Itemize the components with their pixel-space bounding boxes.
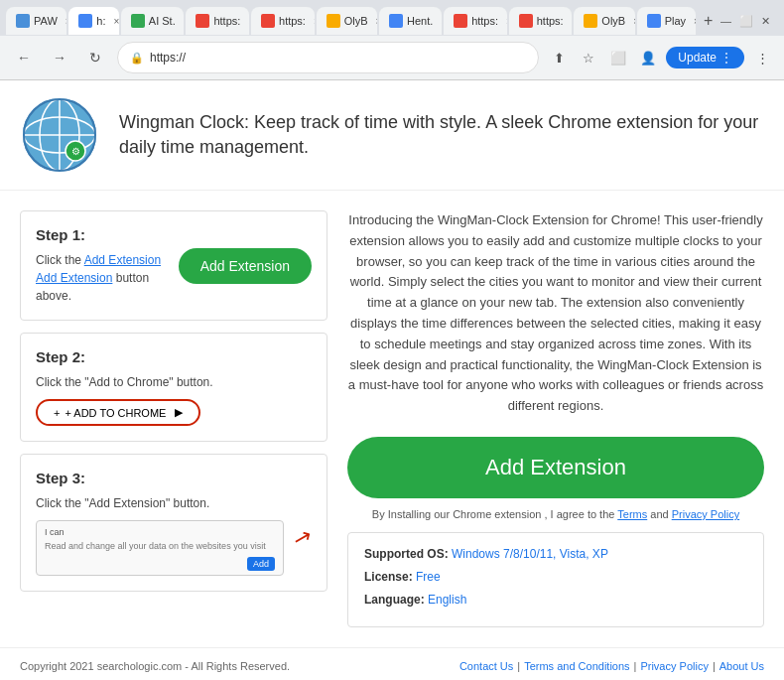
plus-icon: + (54, 407, 60, 419)
share-icon[interactable]: ⬆ (547, 46, 571, 69)
tab-ai[interactable]: AI St. × (121, 7, 185, 35)
tab-icon-ai (131, 14, 145, 28)
tab-icon-8 (519, 14, 533, 28)
dialog-line1: I can (45, 527, 275, 537)
update-menu-icon: ⋮ (720, 51, 732, 65)
logo-globe: ⚙ (20, 95, 99, 175)
step-2-title: Step 2: (36, 348, 312, 365)
step-3-body: Click the "Add Extension" button. (36, 494, 312, 512)
description-text: Introducing the WingMan-Clock Extension … (347, 210, 764, 417)
reload-button[interactable]: ↻ (81, 44, 109, 71)
tab-label-3: https: (213, 15, 240, 27)
step-3-inner: I can Read and change all your data on t… (36, 520, 312, 576)
step-1-inner: Step 1: Click the Add ExtensionAdd Exten… (36, 226, 312, 305)
tab-active[interactable]: h: × (68, 7, 118, 35)
tab-4[interactable]: https: × (251, 7, 315, 35)
tab-bar: PAW × h: × AI St. × https: × https: × Ol… (0, 0, 784, 36)
footer-contact-link[interactable]: Contact Us (459, 660, 513, 672)
step-3-box: Step 3: Click the "Add Extension" button… (20, 454, 327, 592)
footer-privacy-link[interactable]: Privacy Policy (640, 660, 708, 672)
bookmark-icon[interactable]: ☆ (577, 46, 600, 69)
tab-8[interactable]: https: × (509, 7, 573, 35)
tab-label-ai: AI St. (149, 15, 176, 27)
tab-icon-active (78, 14, 92, 28)
toolbar-icons: ⬆ ☆ ⬜ 👤 Update ⋮ ⋮ (547, 46, 774, 69)
tab-label-4: https: (279, 15, 306, 27)
update-label: Update (678, 51, 717, 65)
address-bar-row: ← → ↻ 🔒 https:// ⬆ ☆ ⬜ 👤 Update ⋮ ⋮ (0, 36, 784, 79)
tab-play[interactable]: Play × (637, 7, 697, 35)
tab-label-active: h: (96, 15, 105, 27)
close-icon[interactable]: ✕ (761, 15, 770, 28)
step-1-text-before: Click the (36, 253, 84, 267)
info-box: Supported OS: Windows 7/8/10/11, Vista, … (347, 532, 764, 627)
tab-paw[interactable]: PAW × (6, 7, 66, 35)
step-3-title: Step 3: (36, 470, 312, 486)
forward-button[interactable]: → (46, 44, 73, 71)
tab-label-5: OlyB (344, 15, 368, 27)
header-text: Wingman Clock: Keep track of time with s… (119, 110, 764, 160)
back-button[interactable]: ← (10, 44, 38, 71)
tab-icon-5 (327, 14, 340, 28)
tab-3[interactable]: https: × (186, 7, 249, 35)
tab-close-9[interactable]: × (633, 16, 635, 27)
minimize-icon[interactable]: — (720, 15, 731, 27)
step-2-text: Click the "Add to Chrome" button. (36, 375, 213, 389)
tab-close-active[interactable]: × (114, 16, 119, 27)
dialog-line2: Read and change all your data on the web… (45, 541, 275, 551)
big-add-extension-button[interactable]: Add Extension (347, 437, 764, 498)
step-1-link2[interactable]: Add Extension (36, 271, 112, 285)
profile-icon[interactable]: 👤 (636, 46, 660, 69)
menu-icon[interactable]: ⋮ (750, 46, 774, 69)
tab-close-ai[interactable]: × (184, 16, 185, 27)
tab-icon-3 (196, 14, 209, 28)
update-button[interactable]: Update ⋮ (666, 47, 744, 68)
tab-label-8: https: (537, 15, 564, 27)
dialog-add-btn[interactable]: Add (247, 557, 275, 571)
tab-label-9: OlyB (601, 15, 625, 27)
tab-close-8[interactable]: × (572, 16, 573, 27)
tab-close-play[interactable]: × (694, 16, 696, 27)
language-line: Language: English (364, 591, 747, 610)
step-1-link[interactable]: Add Extension (84, 253, 161, 267)
tab-close-3[interactable]: × (248, 16, 249, 27)
footer-about-link[interactable]: About Us (719, 660, 764, 672)
footer-terms-link[interactable]: Terms and Conditions (524, 660, 629, 672)
tab-9[interactable]: OlyB × (574, 7, 634, 35)
terms-line: By Installing our Chrome extension , I a… (347, 508, 764, 520)
page-content: ⚙ Wingman Clock: Keep track of time with… (0, 80, 784, 680)
svg-text:⚙: ⚙ (71, 146, 80, 157)
privacy-link2[interactable]: Privacy Policy (672, 508, 739, 520)
tab-icon-6 (389, 14, 403, 28)
arrow-icon: ▶ (175, 406, 183, 419)
step-1-title: Step 1: (36, 226, 164, 243)
step-1-add-button[interactable]: Add Extension (179, 248, 312, 284)
new-tab-button[interactable]: + (698, 7, 719, 35)
os-line: Supported OS: Windows 7/8/10/11, Vista, … (364, 545, 747, 564)
step-3-dialog-mock: I can Read and change all your data on t… (36, 520, 284, 576)
terms-link[interactable]: Terms (617, 508, 647, 520)
tab-7[interactable]: https: × (444, 7, 507, 35)
tab-close-6[interactable]: × (441, 16, 442, 27)
footer-sep-3: | (713, 660, 716, 672)
header-title: Wingman Clock: Keep track of time with s… (119, 110, 764, 160)
tab-close-4[interactable]: × (314, 16, 315, 27)
step-1-box: Step 1: Click the Add ExtensionAdd Exten… (20, 210, 327, 321)
tab-icon-9 (584, 14, 597, 28)
tab-close-5[interactable]: × (375, 16, 377, 27)
tab-label-play: Play (665, 15, 686, 27)
tab-close[interactable]: × (65, 16, 67, 27)
tab-label-7: https: (471, 15, 498, 27)
tab-close-7[interactable]: × (506, 16, 507, 27)
tab-icon-play (647, 14, 661, 28)
tab-5[interactable]: OlyB × (317, 7, 377, 35)
footer-links: Contact Us | Terms and Conditions | Priv… (459, 660, 764, 672)
tab-icon-7 (454, 14, 467, 28)
tab-6[interactable]: Hent. × (379, 7, 442, 35)
address-text: https:// (150, 51, 526, 65)
extensions-icon[interactable]: ⬜ (606, 46, 630, 69)
tab-icon-paw (16, 14, 30, 28)
address-box[interactable]: 🔒 https:// (117, 42, 539, 73)
maximize-icon[interactable]: ⬜ (739, 15, 753, 28)
dialog-buttons: Add (45, 559, 275, 569)
